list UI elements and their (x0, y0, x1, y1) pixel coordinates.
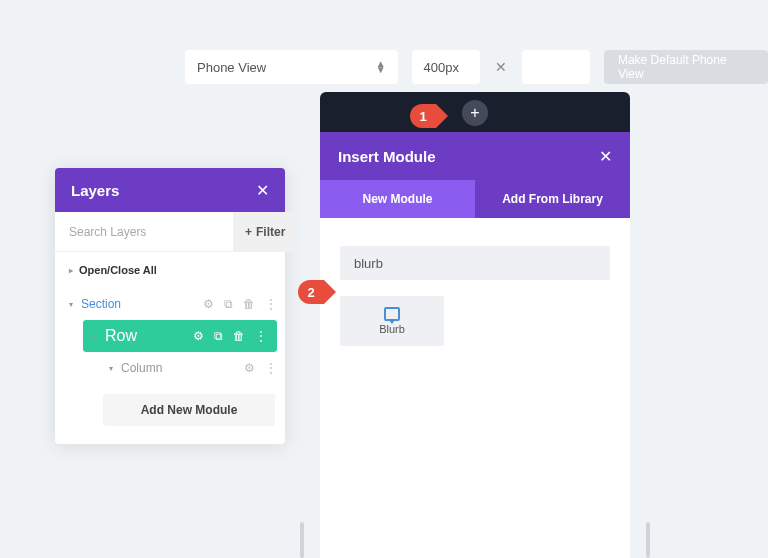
layer-row[interactable]: ▾ Row ⚙ ⧉ 🗑 ⋮ (83, 320, 277, 352)
more-icon[interactable]: ⋮ (265, 297, 277, 311)
chevron-down-icon: ▾ (109, 364, 113, 373)
duplicate-icon[interactable]: ⧉ (224, 297, 233, 311)
plus-icon: + (470, 104, 479, 122)
section-actions: ⚙ ⧉ 🗑 ⋮ (203, 297, 277, 311)
callout-1: 1 (410, 104, 448, 128)
gear-icon[interactable]: ⚙ (203, 297, 214, 311)
insert-title: Insert Module (338, 148, 436, 165)
insert-module-panel: Insert Module ✕ New Module Add From Libr… (320, 132, 630, 558)
make-default-button[interactable]: Make Default Phone View (604, 50, 768, 84)
close-icon[interactable]: ✕ (599, 147, 612, 166)
tab-new-module[interactable]: New Module (320, 180, 475, 218)
filter-button[interactable]: +Filter (233, 212, 297, 252)
layers-header: Layers ✕ (55, 168, 285, 212)
row-actions: ⚙ ⧉ 🗑 ⋮ (193, 329, 267, 343)
clear-icon[interactable]: ✕ (494, 59, 508, 75)
gear-icon[interactable]: ⚙ (244, 361, 255, 375)
width-input[interactable]: 400px (412, 50, 480, 84)
insert-tabs: New Module Add From Library (320, 180, 630, 218)
resize-handle-left[interactable] (300, 522, 304, 558)
chevron-right-icon: ▸ (69, 266, 73, 275)
add-new-module-button[interactable]: Add New Module (103, 394, 275, 426)
close-icon[interactable]: ✕ (256, 181, 269, 200)
plus-icon: + (245, 225, 252, 239)
trash-icon[interactable]: 🗑 (233, 329, 245, 343)
add-section-button[interactable]: + (462, 100, 488, 126)
more-icon[interactable]: ⋮ (265, 361, 277, 375)
trash-icon[interactable]: 🗑 (243, 297, 255, 311)
phone-preview: + Insert Module ✕ New Module Add From Li… (320, 92, 630, 558)
open-close-all[interactable]: ▸Open/Close All (55, 252, 285, 288)
callout-2: 2 (298, 280, 336, 304)
layer-column[interactable]: ▾ Column ⚙ ⋮ (95, 352, 285, 384)
module-tile-blurb[interactable]: Blurb (340, 296, 444, 346)
view-select[interactable]: Phone View ▲▼ (185, 50, 398, 84)
blurb-icon (384, 307, 400, 321)
layers-search-row: +Filter (55, 212, 285, 252)
layers-search-input[interactable] (55, 225, 233, 239)
module-search-input[interactable] (340, 246, 610, 280)
insert-header: Insert Module ✕ (320, 132, 630, 180)
tab-add-from-library[interactable]: Add From Library (475, 180, 630, 218)
column-actions: ⚙ ⋮ (244, 361, 277, 375)
height-input[interactable] (522, 50, 590, 84)
duplicate-icon[interactable]: ⧉ (214, 329, 223, 343)
view-select-value: Phone View (197, 60, 266, 75)
gear-icon[interactable]: ⚙ (193, 329, 204, 343)
top-toolbar: Phone View ▲▼ 400px ✕ Make Default Phone… (185, 50, 768, 84)
layer-section[interactable]: ▾ Section ⚙ ⧉ 🗑 ⋮ (55, 288, 285, 320)
blurb-label: Blurb (379, 323, 405, 335)
more-icon[interactable]: ⋮ (255, 329, 267, 343)
chevron-down-icon: ▾ (69, 300, 73, 309)
select-arrows-icon: ▲▼ (376, 61, 386, 73)
layers-title: Layers (71, 182, 119, 199)
resize-handle-right[interactable] (646, 522, 650, 558)
chevron-down-icon: ▾ (93, 332, 97, 341)
layers-panel: Layers ✕ +Filter ▸Open/Close All ▾ Secti… (55, 168, 285, 444)
